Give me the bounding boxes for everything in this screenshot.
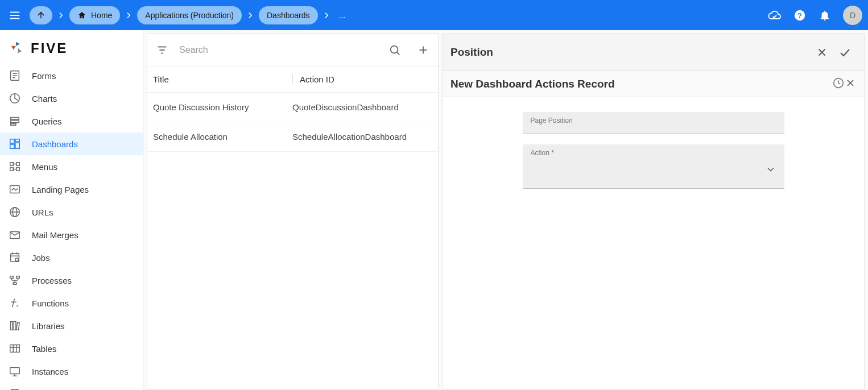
svg-rect-20 (15, 143, 19, 148)
user-avatar[interactable]: D (843, 6, 862, 25)
svg-text:FIVE: FIVE (31, 41, 68, 56)
urls-icon (8, 205, 22, 219)
field-label: Page Position (531, 117, 776, 125)
field-label: Action * (531, 149, 554, 157)
processes-icon (8, 273, 22, 287)
main-area: FIVE Forms Charts Queries Dashboards (0, 30, 868, 390)
svg-rect-25 (16, 168, 20, 171)
close-record-button[interactable] (845, 77, 856, 90)
svg-text:x: x (16, 303, 19, 308)
nav-landing-pages[interactable]: Landing Pages (0, 178, 143, 201)
form-body: Page Position Action * (443, 97, 864, 389)
app-header: Home Applications (Production) Dashboard… (0, 0, 868, 30)
breadcrumb-applications[interactable]: Applications (Production) (137, 6, 242, 24)
nav-label: Libraries (32, 321, 65, 331)
nav-label: Instances (32, 367, 68, 376)
resources-icon (8, 387, 22, 390)
list-row[interactable]: Quote Discussion History QuoteDiscussion… (147, 93, 438, 122)
svg-rect-47 (11, 322, 13, 330)
sidebar-nav[interactable]: Forms Charts Queries Dashboards Menus La… (0, 64, 143, 390)
confirm-detail-button[interactable] (833, 41, 856, 64)
nav-forms[interactable]: Forms (0, 64, 143, 87)
breadcrumb-label: Home (91, 11, 112, 20)
hamburger-menu[interactable] (3, 4, 26, 27)
search-button[interactable] (383, 39, 406, 61)
svg-rect-15 (11, 118, 19, 120)
list-panel: Title Action ID Quote Discussion History… (147, 34, 439, 390)
nav-label: URLs (32, 208, 53, 217)
nav-tables[interactable]: Tables (0, 337, 143, 360)
nav-label: Functions (32, 298, 69, 308)
svg-rect-22 (10, 163, 14, 166)
dashboards-icon (8, 137, 22, 151)
nav-instances[interactable]: Instances (0, 360, 143, 383)
libraries-icon (8, 319, 22, 333)
nav-charts[interactable]: Charts (0, 87, 143, 110)
cloud-button[interactable] (762, 3, 787, 28)
svg-rect-24 (16, 163, 20, 166)
nav-label: Queries (32, 117, 62, 126)
svg-rect-39 (16, 276, 20, 279)
nav-queries[interactable]: Queries (0, 110, 143, 132)
nav-processes[interactable]: Processes (0, 269, 143, 292)
functions-icon: x (8, 296, 22, 310)
forms-icon (8, 69, 22, 82)
breadcrumb-separator (318, 10, 335, 20)
chevron-right-icon (123, 10, 134, 20)
svg-rect-18 (10, 139, 14, 143)
nav-libraries[interactable]: Libraries (0, 314, 143, 337)
detail-titlebar: Position (443, 34, 864, 71)
breadcrumb-separator (242, 10, 259, 20)
svg-rect-48 (14, 322, 16, 330)
instances-icon (8, 364, 22, 378)
nav-label: Landing Pages (32, 185, 89, 194)
close-icon (816, 46, 828, 59)
breadcrumb-separator (52, 10, 69, 20)
svg-text:?: ? (797, 11, 802, 19)
nav-menus[interactable]: Menus (0, 155, 143, 178)
filter-button[interactable] (151, 39, 173, 61)
nav-label: Mail Merges (32, 230, 78, 240)
brand-logo: FIVE (0, 30, 143, 64)
close-icon (845, 77, 856, 89)
list-row[interactable]: Schedule Allocation ScheduleAllocationDa… (147, 122, 438, 152)
nav-functions[interactable]: x Functions (0, 292, 143, 314)
svg-rect-38 (10, 276, 14, 279)
help-icon: ? (793, 9, 806, 22)
column-title[interactable]: Title (153, 74, 292, 84)
breadcrumb-more[interactable]: ... (335, 11, 350, 20)
nav-mail-merges[interactable]: Mail Merges (0, 223, 143, 246)
row-title: Schedule Allocation (153, 132, 292, 142)
row-title: Quote Discussion History (153, 102, 292, 112)
action-select-field[interactable]: Action * (523, 144, 784, 189)
chevron-down-icon (765, 164, 776, 177)
notifications-button[interactable] (812, 3, 837, 28)
nav-urls[interactable]: URLs (0, 201, 143, 223)
page-position-field[interactable]: Page Position (523, 112, 784, 134)
search-input[interactable] (179, 45, 378, 55)
chevron-right-icon (321, 10, 332, 20)
nav-resources[interactable]: Resources (0, 383, 143, 390)
charts-icon (8, 92, 22, 105)
add-button[interactable] (412, 39, 435, 61)
breadcrumb-home[interactable]: Home (69, 6, 120, 24)
column-divider (292, 74, 293, 84)
brand-mark-icon (8, 40, 24, 56)
bell-icon (819, 9, 831, 22)
nav-dashboards[interactable]: Dashboards (0, 132, 143, 155)
history-button[interactable] (832, 77, 845, 91)
svg-rect-16 (11, 121, 19, 123)
nav-label: Jobs (32, 253, 50, 263)
nav-jobs[interactable]: Jobs (0, 246, 143, 269)
column-action-id[interactable]: Action ID (300, 74, 334, 84)
svg-marker-6 (16, 42, 20, 46)
breadcrumb-up-button[interactable] (30, 6, 52, 24)
nav-label: Charts (32, 94, 57, 103)
tables-icon (8, 342, 22, 355)
breadcrumb-dashboards[interactable]: Dashboards (259, 6, 318, 24)
avatar-initial: D (850, 11, 855, 20)
help-button[interactable]: ? (787, 3, 812, 28)
list-toolbar (147, 34, 438, 67)
close-detail-button[interactable] (811, 41, 833, 64)
detail-title: Position (450, 46, 811, 59)
